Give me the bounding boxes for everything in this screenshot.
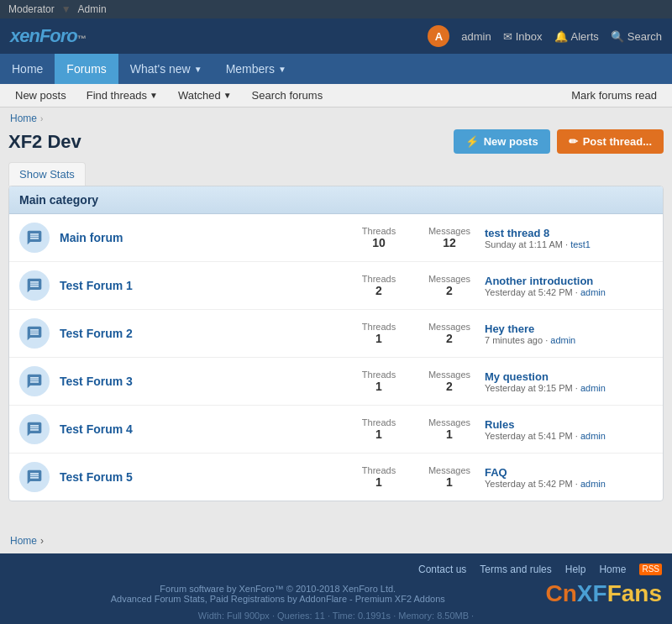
last-post-meta: Sunday at 1:11 AM · test1	[485, 239, 653, 249]
members-chevron: ▼	[278, 65, 286, 74]
sub-nav: New posts Find threads ▼ Watched ▼ Searc…	[0, 84, 672, 107]
home-link[interactable]: Home	[599, 564, 626, 575]
last-post-user[interactable]: test1	[570, 239, 591, 249]
forum-name-col: Test Forum 3	[60, 375, 344, 388]
forum-name-link[interactable]: Main forum	[60, 231, 123, 244]
last-post-user[interactable]: admin	[550, 335, 575, 345]
site-header: xenForo™ A admin ✉ Inbox 🔔 Alerts 🔍 Sear…	[0, 18, 672, 54]
whats-new-chevron: ▼	[194, 65, 202, 74]
new-posts-button[interactable]: ⚡ New posts	[454, 129, 550, 154]
last-post-user[interactable]: admin	[580, 287, 606, 297]
forum-name-link[interactable]: Test Forum 1	[60, 279, 133, 292]
admin-link[interactable]: Admin	[78, 3, 107, 15]
breadcrumb-sep: ›	[40, 114, 43, 123]
threads-value: 10	[354, 236, 404, 249]
forum-name-col: Test Forum 1	[60, 279, 344, 292]
last-post-title[interactable]: FAQ	[485, 466, 653, 479]
forum-name-link[interactable]: Test Forum 2	[60, 327, 133, 340]
threads-stat: Threads 1	[354, 370, 404, 393]
threads-stat: Threads 1	[354, 465, 404, 489]
messages-label: Messages	[424, 274, 475, 284]
brand-cn: Cn	[546, 580, 577, 606]
threads-value: 1	[354, 380, 404, 393]
forum-row: Main forum Threads 10 Messages 12 test t…	[9, 214, 663, 262]
new-posts-link[interactable]: New posts	[7, 84, 75, 107]
messages-label: Messages	[424, 417, 475, 427]
last-post-title[interactable]: test thread 8	[485, 227, 653, 239]
messages-stat: Messages 2	[424, 370, 475, 393]
threads-label: Threads	[354, 417, 404, 427]
nav-forums[interactable]: Forums	[55, 54, 118, 84]
last-post-meta: Yesterday at 9:15 PM · admin	[485, 383, 653, 393]
inbox-link[interactable]: ✉ Inbox	[503, 30, 543, 43]
bottom-sep: ›	[40, 535, 44, 547]
last-post-user[interactable]: admin	[580, 479, 606, 489]
forum-stats: Threads 1 Messages 2	[354, 370, 475, 393]
nav-home[interactable]: Home	[0, 54, 55, 84]
forum-name-link[interactable]: Test Forum 4	[60, 422, 133, 436]
search-forums-link[interactable]: Search forums	[244, 84, 332, 107]
username-link[interactable]: admin	[461, 30, 491, 43]
forum-name-link[interactable]: Test Forum 3	[60, 375, 133, 388]
terms-link[interactable]: Terms and rules	[480, 564, 551, 575]
forum-icon	[19, 366, 50, 396]
messages-label: Messages	[424, 465, 475, 475]
threads-label: Threads	[354, 322, 404, 332]
messages-stat: Messages 2	[424, 274, 475, 297]
footer-stats: Width: Full 900px · Queries: 11 · Time: …	[10, 611, 662, 621]
site-logo: xenForo™	[10, 25, 86, 47]
admin-sep: ▼	[61, 3, 71, 15]
forum-row: Test Forum 2 Threads 1 Messages 2 Hey th…	[9, 310, 663, 358]
logo-accent: Foro	[39, 25, 77, 46]
help-link[interactable]: Help	[565, 564, 586, 575]
moderator-link[interactable]: Moderator	[8, 3, 55, 15]
forum-last-post: Hey there 7 minutes ago · admin	[485, 322, 653, 345]
messages-stat: Messages 12	[424, 226, 475, 249]
threads-value: 2	[354, 284, 404, 297]
forum-name-link[interactable]: Test Forum 5	[60, 470, 133, 484]
forum-last-post: My question Yesterday at 9:15 PM · admin	[485, 370, 653, 393]
messages-label: Messages	[424, 370, 475, 380]
bottom-home-link[interactable]: Home	[10, 535, 37, 547]
breadcrumb-home[interactable]: Home	[10, 113, 37, 124]
last-post-title[interactable]: My question	[485, 370, 653, 383]
brand-xf: XF	[577, 580, 607, 606]
forum-icon	[19, 318, 50, 349]
threads-label: Threads	[354, 370, 404, 380]
threads-label: Threads	[354, 465, 404, 475]
nav-whats-new[interactable]: What's new ▼	[118, 54, 214, 84]
contact-us-link[interactable]: Contact us	[418, 564, 466, 575]
watched-link[interactable]: Watched ▼	[170, 84, 240, 107]
search-button[interactable]: 🔍 Search	[611, 30, 662, 43]
main-nav: Home Forums What's new ▼ Members ▼	[0, 54, 672, 84]
last-post-title[interactable]: Another introduction	[485, 275, 653, 287]
last-post-meta: Yesterday at 5:42 PM · admin	[485, 287, 653, 297]
messages-value: 2	[424, 332, 475, 345]
messages-stat: Messages 2	[424, 322, 475, 345]
post-thread-button[interactable]: ✏ Post thread...	[557, 129, 664, 154]
last-post-user[interactable]: admin	[580, 431, 606, 441]
alerts-link[interactable]: 🔔 Alerts	[554, 30, 599, 43]
forum-name-col: Test Forum 4	[60, 422, 344, 436]
last-post-title[interactable]: Rules	[485, 418, 653, 431]
forum-row: Test Forum 4 Threads 1 Messages 1 Rules …	[9, 406, 663, 454]
forum-last-post: Another introduction Yesterday at 5:42 P…	[485, 275, 653, 297]
find-threads-link[interactable]: Find threads ▼	[78, 84, 166, 107]
threads-label: Threads	[354, 274, 404, 284]
footer-brand: Forum software by XenForo™ © 2010-2018 X…	[10, 580, 662, 607]
forum-last-post: Rules Yesterday at 5:41 PM · admin	[485, 418, 653, 441]
forum-name-col: Test Forum 2	[60, 327, 344, 340]
show-stats-toggle[interactable]: Show Stats	[8, 162, 86, 186]
last-post-meta: Yesterday at 5:42 PM · admin	[485, 479, 653, 489]
forum-rows: Main forum Threads 10 Messages 12 test t…	[9, 214, 663, 501]
breadcrumb: Home ›	[0, 107, 672, 129]
bell-icon: 🔔	[554, 30, 568, 43]
last-post-title[interactable]: Hey there	[485, 322, 653, 335]
mark-forums-read-link[interactable]: Mark forums read	[563, 84, 665, 107]
messages-value: 1	[424, 427, 475, 441]
messages-value: 2	[424, 380, 475, 393]
header-right: A admin ✉ Inbox 🔔 Alerts 🔍 Search	[428, 25, 662, 47]
nav-members[interactable]: Members ▼	[214, 54, 298, 84]
last-post-user[interactable]: admin	[580, 383, 606, 393]
forum-name-col: Main forum	[60, 231, 344, 244]
